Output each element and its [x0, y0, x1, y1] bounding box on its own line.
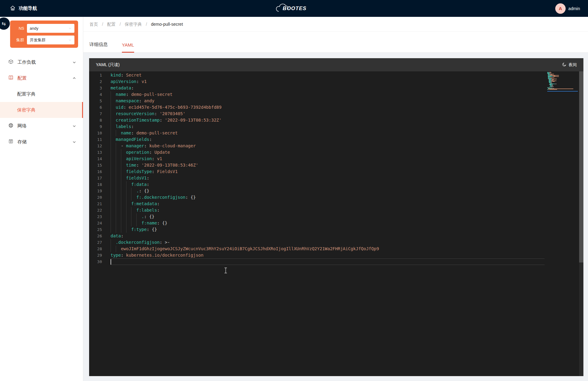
code-line-12[interactable]: 12- manager: kube-cloud-manager — [89, 143, 545, 149]
indent-guide — [121, 156, 126, 162]
indent-guide — [121, 149, 126, 156]
breadcrumb-config[interactable]: 配置 — [107, 22, 116, 27]
code-line-2[interactable]: 2apiVersion: v1 — [89, 78, 545, 85]
code-line-27[interactable]: 27.dockerconfigjson: >- — [89, 239, 545, 246]
code-line-24[interactable]: 24f:name: {} — [89, 220, 545, 226]
user-name: admin — [568, 6, 580, 11]
indent-guide — [126, 188, 131, 194]
namespace-value: andy — [30, 26, 38, 31]
indent-guide — [131, 220, 136, 226]
code-line-5[interactable]: 5namespace: andy — [89, 98, 545, 104]
code-line-10[interactable]: 10name: demo-pull-secret — [89, 130, 545, 136]
sidebar-item-secret[interactable]: 保密字典 — [0, 102, 83, 118]
indent-guide — [131, 207, 136, 213]
code-line-26[interactable]: 26data: — [89, 233, 545, 239]
code-line-8[interactable]: 8creationTimestamp: '2022-09-13T08:53:32… — [89, 117, 545, 123]
code-line-18[interactable]: 18f:data: — [89, 181, 545, 188]
code-line-13[interactable]: 13operation: Update — [89, 149, 545, 156]
chevron-down-icon — [72, 124, 76, 128]
indent-guide — [116, 181, 121, 188]
sidebar-collapse-button[interactable]: ⇆ — [0, 17, 10, 30]
sidebar-item-label: 存储 — [17, 139, 27, 145]
indent-guide — [116, 188, 121, 194]
function-nav[interactable]: 功能导航 — [10, 5, 37, 12]
indent-guide — [121, 175, 126, 181]
indent-guide — [111, 175, 116, 181]
indent-guide — [111, 226, 116, 233]
code-area[interactable]: 1kind: Secret2apiVersion: v13metadata:4n… — [89, 71, 583, 376]
indent-guide — [121, 162, 126, 168]
line-number: 28 — [89, 246, 102, 252]
cluster-select[interactable]: 开发集群 — [27, 36, 74, 44]
code-line-22[interactable]: 22f:labels: — [89, 207, 545, 213]
book-icon — [8, 75, 13, 81]
indent-guide — [131, 194, 136, 201]
breadcrumb-home[interactable]: 首页 — [89, 22, 98, 27]
code-line-16[interactable]: 16fieldsType: FieldsV1 — [89, 168, 545, 175]
code-line-28[interactable]: 28ewoJImF1dGhzIjogewoJCSJyZWcucnVuc3RhY2… — [89, 246, 545, 252]
sidebar-item-workloads[interactable]: 工作负载 — [0, 54, 83, 70]
code-line-30[interactable]: 30 — [89, 258, 545, 265]
indent-guide — [116, 201, 121, 207]
namespace-select[interactable]: andy — [27, 24, 74, 33]
main-content: 首页 / 配置 / 保密字典 / demo-pull-secret 详细信息 Y… — [83, 17, 588, 381]
indent-guide — [116, 207, 121, 213]
night-mode-toggle[interactable]: 夜间 — [562, 62, 577, 68]
code-line-4[interactable]: 4name: demo-pull-secret — [89, 91, 545, 98]
code-line-1[interactable]: 1kind: Secret — [89, 72, 545, 78]
indent-guide — [136, 220, 141, 226]
minimap[interactable] — [547, 72, 578, 92]
sidebar-item-storage[interactable]: 存储 — [0, 134, 83, 150]
indent-guide — [111, 213, 116, 220]
scrollbar-slider[interactable] — [579, 71, 583, 262]
night-mode-label: 夜间 — [569, 62, 577, 68]
code-line-9[interactable]: 9labels: — [89, 123, 545, 130]
sidebar-item-configmap[interactable]: 配置字典 — [0, 86, 83, 102]
code-line-29[interactable]: 29type: kubernetes.io/dockerconfigjson — [89, 252, 545, 258]
indent-guide — [111, 136, 116, 143]
code-line-20[interactable]: 20f:.dockerconfigjson: {} — [89, 194, 545, 201]
indent-guide — [126, 201, 131, 207]
line-number: 19 — [89, 188, 102, 194]
indent-guide — [121, 226, 126, 233]
indent-guide — [121, 207, 126, 213]
code-line-25[interactable]: 25f:type: {} — [89, 226, 545, 233]
indent-guide — [111, 149, 116, 156]
breadcrumb-secret[interactable]: 保密字典 — [125, 22, 142, 27]
line-number: 26 — [89, 233, 102, 239]
indent-guide — [111, 98, 116, 104]
cluster-value: 开发集群 — [30, 37, 46, 43]
context-panel: NS andy 集群 开发集群 — [10, 21, 78, 48]
sidebar-item-label: 配置字典 — [17, 91, 36, 97]
code-line-17[interactable]: 17fieldsV1: — [89, 175, 545, 181]
line-number: 12 — [89, 143, 102, 149]
indent-guide — [111, 246, 116, 252]
indent-guide — [111, 111, 116, 117]
indent-guide — [111, 194, 116, 201]
code-line-14[interactable]: 14apiVersion: v1 — [89, 156, 545, 162]
indent-guide — [111, 162, 116, 168]
code-line-21[interactable]: 21f:metadata: — [89, 201, 545, 207]
line-number: 8 — [89, 117, 102, 123]
indent-guide — [111, 117, 116, 123]
code-line-19[interactable]: 19.: {} — [89, 188, 545, 194]
indent-guide — [116, 194, 121, 201]
tab-yaml[interactable]: YAML — [122, 42, 134, 53]
code-line-7[interactable]: 7resourceVersion: '20703405' — [89, 111, 545, 117]
sidebar-item-network[interactable]: 网络 — [0, 118, 83, 134]
code-line-15[interactable]: 15time: '2022-09-13T08:53:46Z' — [89, 162, 545, 168]
code-line-3[interactable]: 3metadata: — [89, 85, 545, 91]
indent-guide — [126, 194, 131, 201]
sidebar-item-label: 网络 — [17, 123, 27, 129]
indent-guide — [111, 123, 116, 130]
code-line-6[interactable]: 6uid: ec1d457e-5d76-475c-b693-7392d4bbfd… — [89, 104, 545, 111]
line-number: 25 — [89, 226, 102, 233]
indent-guide — [111, 239, 116, 246]
code-line-23[interactable]: 23.: {} — [89, 213, 545, 220]
indent-guide — [116, 156, 121, 162]
tab-details[interactable]: 详细信息 — [89, 42, 108, 52]
code-line-11[interactable]: 11managedFields: — [89, 136, 545, 143]
user-menu[interactable]: A admin — [555, 3, 580, 14]
sidebar-item-config[interactable]: 配置 — [0, 70, 83, 86]
line-number: 1 — [89, 72, 102, 78]
